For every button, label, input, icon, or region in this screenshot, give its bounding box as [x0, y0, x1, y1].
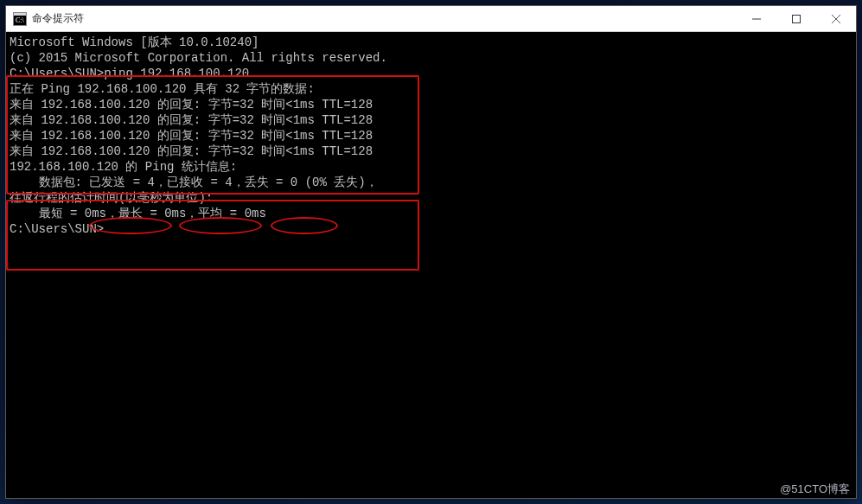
titlebar[interactable]: C:\ 命令提示符 — [6, 6, 856, 32]
cmd-window: C:\ 命令提示符 Microsoft Windows [版本 10.0.102… — [5, 5, 857, 499]
console-line-reply: 来自 192.168.100.120 的回复: 字节=32 时间<1ms TTL… — [10, 128, 852, 144]
close-button[interactable] — [816, 6, 856, 32]
console-line-reply: 来自 192.168.100.120 的回复: 字节=32 时间<1ms TTL… — [10, 112, 852, 128]
svg-text:C:\: C:\ — [16, 16, 25, 24]
cmd-icon: C:\ — [13, 12, 27, 26]
console-line-reply: 来自 192.168.100.120 的回复: 字节=32 时间<1ms TTL… — [10, 144, 852, 159]
console-prompt: C:\Users\SUN> — [10, 221, 852, 237]
window-controls — [737, 6, 856, 31]
console-line-stats: 数据包: 已发送 = 4，已接收 = 4，丢失 = 0 (0% 丢失)， — [10, 175, 852, 190]
svg-rect-4 — [793, 16, 801, 23]
minimize-button[interactable] — [737, 6, 776, 32]
svg-rect-1 — [14, 13, 26, 16]
watermark: @51CTO博客 — [780, 482, 850, 497]
console-line-stats: 最短 = 0ms，最长 = 0ms，平均 = 0ms — [10, 206, 852, 221]
console-line: 正在 Ping 192.168.100.120 具有 32 字节的数据: — [10, 81, 852, 97]
window-title: 命令提示符 — [32, 11, 737, 26]
console-output[interactable]: Microsoft Windows [版本 10.0.10240] (c) 20… — [6, 32, 856, 239]
console-line: Microsoft Windows [版本 10.0.10240] — [10, 35, 852, 50]
console-line: (c) 2015 Microsoft Corporation. All righ… — [10, 50, 852, 66]
console-line-stats: 192.168.100.120 的 Ping 统计信息: — [10, 159, 852, 175]
console-line-stats: 往返行程的估计时间(以毫秒为单位): — [10, 190, 852, 206]
maximize-button[interactable] — [776, 6, 816, 32]
console-line-reply: 来自 192.168.100.120 的回复: 字节=32 时间<1ms TTL… — [10, 97, 852, 112]
console-line-command: C:\Users\SUN>ping 192.168.100.120 — [10, 66, 852, 81]
